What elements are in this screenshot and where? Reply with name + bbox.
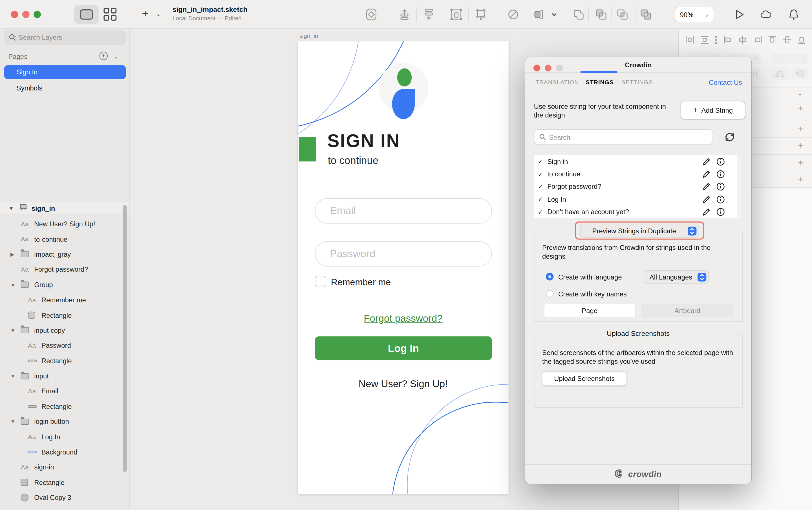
layer-chevron-icon[interactable]: ▼ [10,282,16,288]
tab-translation[interactable]: TRANSLATION [535,79,579,85]
info-icon[interactable] [716,195,725,204]
resize-chevron-icon[interactable] [548,8,560,21]
add-style-icon[interactable]: + [798,157,803,168]
zoom-window-button[interactable] [33,11,41,18]
preview-play-icon[interactable] [733,8,746,21]
distribute-horizontally-icon[interactable] [685,35,694,47]
more-options-icon[interactable] [715,35,718,47]
layer-row[interactable]: Rectangle [0,308,129,323]
edit-pencil-icon[interactable] [702,195,711,204]
layer-row[interactable]: ▼ login button [0,414,129,429]
cloud-sync-icon[interactable] [759,8,772,21]
source-string-row[interactable]: Log In [534,193,742,206]
canvas-view-toggle[interactable] [74,5,99,24]
upload-screenshots-button[interactable]: Upload Screenshots [542,372,627,386]
layer-row[interactable]: Oval Copy 3 [0,490,129,505]
insert-plus-button[interactable]: + [142,7,149,21]
layer-row[interactable]: Rectangle [0,399,129,414]
sign-up-text[interactable]: New User? Sign Up! [298,379,509,390]
boolean-subtract-icon[interactable] [595,8,607,21]
create-with-language-radio[interactable] [546,273,554,281]
insert-artboard-icon[interactable] [365,8,378,21]
sign-in-artboard[interactable]: SIGN IN to continue Remember me Forgot p… [298,41,509,494]
add-style-icon[interactable]: + [798,124,803,134]
contact-us-link[interactable]: Contact Us [709,79,742,87]
edit-points-icon[interactable] [475,8,487,21]
layer-row[interactable]: New User? Sign Up! [0,216,129,232]
insert-chevron-icon[interactable]: ⌄ [156,10,161,18]
tab-strings[interactable]: STRINGS [586,79,613,85]
preview-strings-dropdown[interactable]: Preview Strings in Duplicate [580,224,699,238]
resize-constraints-icon[interactable] [533,8,546,21]
artboard-layers-header[interactable]: ▼ sign_in [0,202,129,214]
add-string-button[interactable]: + Add String [681,101,745,119]
boolean-intersect-icon[interactable] [616,8,629,21]
add-style-icon[interactable]: + [798,174,803,185]
close-window-button[interactable] [11,11,18,18]
refresh-icon[interactable] [724,131,735,143]
add-page-icon[interactable]: + [99,52,108,60]
strings-search-field[interactable] [534,129,713,145]
align-top-icon[interactable] [767,35,777,47]
email-field[interactable] [315,198,492,223]
align-center-horizontally-icon[interactable] [738,35,747,47]
layer-row[interactable]: ▼ input [0,368,129,384]
layer-row[interactable]: sign-in [0,459,129,475]
notifications-bell-icon[interactable] [788,8,800,21]
edit-pencil-icon[interactable] [702,170,711,179]
align-bottom-icon[interactable] [797,35,806,47]
layer-row[interactable]: ▶ impact_gray [0,247,129,262]
minimize-window-button[interactable] [22,11,30,18]
source-string-row[interactable]: Forgot password? [534,181,742,193]
layer-chevron-icon[interactable]: ▶ [10,251,14,257]
layer-row[interactable]: ▼ input copy [0,323,129,338]
forgot-password-link[interactable]: Forgot password? [298,313,509,324]
layer-row[interactable]: Remember me [0,293,129,308]
password-field[interactable] [315,241,492,267]
layer-row[interactable]: Rectangle [0,353,129,368]
page-item-symbols[interactable]: Symbols [4,81,126,95]
layer-chevron-icon[interactable]: ▼ [10,328,16,333]
send-backward-icon[interactable] [423,8,435,21]
layer-row[interactable]: to-continue [0,232,129,247]
layer-row[interactable]: Log In [0,429,129,445]
edit-pencil-icon[interactable] [702,182,711,191]
align-middle-vertically-icon[interactable] [782,35,791,47]
layer-row[interactable]: Forgot password? [0,262,129,277]
layer-row[interactable]: Background [0,444,129,459]
add-style-icon[interactable]: + [798,141,803,151]
layer-row[interactable]: Rectangle [0,475,129,490]
section-collapse-chevron-icon[interactable]: ⌄ [797,89,803,97]
search-layers-field[interactable] [4,30,126,45]
bring-forward-icon[interactable] [398,8,410,21]
align-right-icon[interactable] [753,35,762,47]
align-left-icon[interactable] [723,35,732,47]
search-layers-input[interactable] [19,33,107,41]
add-style-icon[interactable]: + [798,103,803,114]
strings-search-input[interactable] [549,133,694,141]
page-item-sign-in[interactable]: Sign In [4,65,126,79]
source-string-row[interactable]: Don’t have an account yet? [534,206,742,218]
layer-row[interactable]: Password [0,338,129,353]
all-languages-dropdown[interactable]: All Languages [644,270,709,284]
layer-row[interactable]: Email [0,384,129,399]
edit-pencil-icon[interactable] [702,208,711,216]
boolean-difference-icon[interactable] [639,8,652,21]
source-string-row[interactable]: Sign in [534,155,742,168]
page-button[interactable]: Page [544,304,636,317]
layers-scrollbar[interactable] [123,205,127,472]
info-icon[interactable] [716,208,725,216]
tab-settings[interactable]: SETTINGS [621,79,653,85]
layer-row[interactable]: ▼ Group [0,277,129,293]
group-selection-icon[interactable] [450,8,462,21]
artboard-button[interactable]: Artboard [642,304,733,317]
info-icon[interactable] [716,157,725,166]
distribute-vertically-icon[interactable] [700,35,709,47]
grid-view-toggle[interactable] [104,8,117,22]
info-icon[interactable] [716,182,725,191]
create-with-key-names-radio[interactable] [546,290,554,298]
source-string-row[interactable]: to continue [534,168,742,181]
remember-me-checkbox[interactable] [315,276,326,287]
layer-chevron-icon[interactable]: ▼ [10,373,16,379]
pages-collapse-chevron-icon[interactable]: ⌄ [113,53,118,60]
